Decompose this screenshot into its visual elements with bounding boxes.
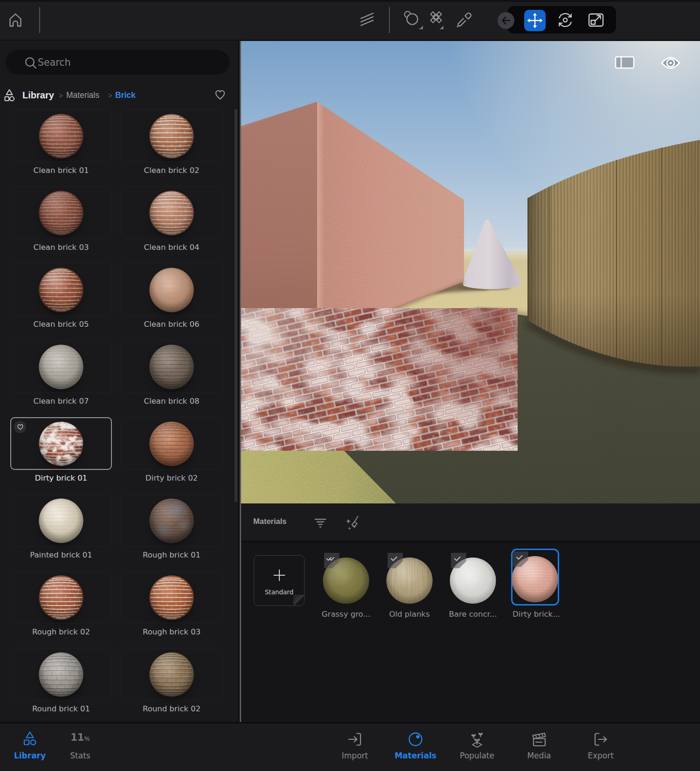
material-tool-button[interactable] (425, 0, 449, 40)
sphere-shading (150, 268, 194, 312)
home-icon (6, 11, 25, 29)
favorites-filter-icon[interactable] (215, 89, 226, 101)
breadcrumb-library[interactable]: Library (22, 90, 54, 101)
nav-materials[interactable]: Materials (388, 723, 444, 771)
cleanup-icon[interactable] (345, 515, 361, 531)
materials-nav-icon (406, 730, 425, 749)
material-item-clean-brick-03[interactable] (10, 186, 112, 239)
bottom-navigation: Library 11% Stats Import Materials (0, 722, 700, 771)
materials-panel-header: Materials (241, 503, 700, 542)
scene-material-old-planks[interactable] (386, 550, 434, 607)
sphere-shading (150, 344, 194, 389)
nav-export-label: Export (573, 751, 629, 760)
material-item-dirty-brick-01[interactable] (10, 417, 112, 470)
scene-material-bare-concr-[interactable] (449, 550, 497, 607)
sphere-shading (150, 575, 194, 620)
material-sphere (150, 652, 194, 696)
material-item-round-brick-01[interactable] (10, 648, 112, 701)
material-label: Clean brick 04 (121, 243, 222, 252)
material-label: Clean brick 07 (10, 397, 112, 406)
breadcrumb-separator: > (59, 91, 63, 99)
eyedropper-icon (453, 9, 475, 31)
move-icon (524, 10, 546, 31)
home-button[interactable] (6, 0, 25, 40)
material-item-rough-brick-03[interactable] (121, 571, 222, 624)
breadcrumb-materials[interactable]: Materials (66, 90, 99, 100)
breadcrumb-brick[interactable]: Brick (115, 90, 136, 100)
shape-tool-icon (401, 8, 424, 38)
material-item-round-brick-02[interactable] (121, 648, 222, 701)
nav-library[interactable]: Library (2, 723, 58, 771)
search-icon (24, 56, 37, 69)
material-item-clean-brick-02[interactable] (121, 110, 222, 162)
undo-button[interactable] (498, 12, 514, 29)
filter-icon[interactable] (314, 516, 327, 530)
nav-import[interactable]: Import (327, 723, 383, 771)
breadcrumb-separator: > (108, 91, 112, 99)
shape-tool-button[interactable] (401, 0, 424, 40)
material-item-painted-brick-01[interactable] (10, 494, 112, 547)
scale-tool-button[interactable] (586, 0, 606, 40)
search-input[interactable] (38, 57, 215, 68)
material-item-clean-brick-04[interactable] (121, 186, 222, 239)
material-sphere (150, 498, 194, 543)
nav-stats[interactable]: 11% Stats (52, 723, 108, 771)
material-label: Rough brick 02 (10, 627, 112, 636)
viewport-panel-toggle[interactable] (616, 57, 634, 68)
sidebar-scrollbar[interactable] (235, 109, 237, 502)
material-item-dirty-brick-02[interactable] (121, 417, 222, 470)
scene-material-dirty-brick-[interactable] (511, 549, 559, 606)
material-label: Clean brick 08 (121, 397, 222, 406)
material-item-clean-brick-01[interactable] (10, 110, 112, 162)
rotate-tool-button[interactable] (555, 0, 575, 40)
sphere-shading (39, 575, 83, 620)
standard-tile-label: Standard (254, 588, 304, 596)
material-sphere (39, 268, 83, 312)
undo-arrow-icon (498, 12, 514, 29)
material-label: Round brick 02 (121, 704, 222, 713)
material-sphere (39, 344, 83, 389)
material-sphere (39, 498, 83, 543)
rotate-icon (555, 10, 575, 30)
sphere-shading (39, 191, 83, 235)
favorite-heart-badge[interactable] (14, 421, 26, 433)
nav-export[interactable]: Export (573, 723, 629, 771)
sphere-shading (39, 114, 83, 158)
material-item-clean-brick-07[interactable] (10, 340, 112, 393)
eyedropper-tool-button[interactable] (453, 0, 475, 40)
sphere-shading (39, 268, 83, 312)
scene-material-grassy-gro-[interactable] (322, 550, 370, 607)
scene-material-label: Old planks (377, 610, 442, 619)
material-item-clean-brick-06[interactable] (121, 263, 222, 316)
layers-tool-button[interactable] (358, 0, 376, 40)
toolbar-divider-2 (389, 7, 390, 33)
sphere-shading (150, 191, 194, 235)
material-sphere (150, 268, 194, 312)
material-label: Dirty brick 02 (121, 474, 222, 482)
search-bar[interactable] (6, 50, 229, 75)
scene-render (241, 41, 700, 503)
library-icon (4, 89, 17, 103)
sphere-shading (150, 421, 194, 466)
material-sphere (39, 421, 83, 466)
nav-import-label: Import (327, 751, 383, 760)
viewport-3d[interactable] (241, 41, 700, 503)
material-item-clean-brick-08[interactable] (121, 340, 222, 393)
nav-media[interactable]: Media (511, 723, 567, 771)
media-icon (529, 730, 549, 749)
material-sphere (150, 421, 194, 466)
nav-stats-label: Stats (52, 751, 108, 760)
material-tool-icon (425, 8, 449, 38)
material-item-rough-brick-01[interactable] (121, 494, 222, 547)
nav-populate[interactable]: Populate (449, 723, 505, 771)
move-tool-button[interactable] (524, 10, 546, 31)
scene-material-label: Bare concr... (440, 610, 506, 619)
material-item-rough-brick-02[interactable] (10, 571, 112, 624)
material-sphere (39, 191, 83, 235)
import-icon (346, 730, 364, 749)
material-sphere (150, 344, 194, 389)
standard-material-tile[interactable]: Standard (254, 555, 305, 606)
scene-material-label: Dirty brick... (504, 610, 569, 619)
material-item-clean-brick-05[interactable] (10, 263, 112, 316)
export-icon (591, 730, 610, 749)
